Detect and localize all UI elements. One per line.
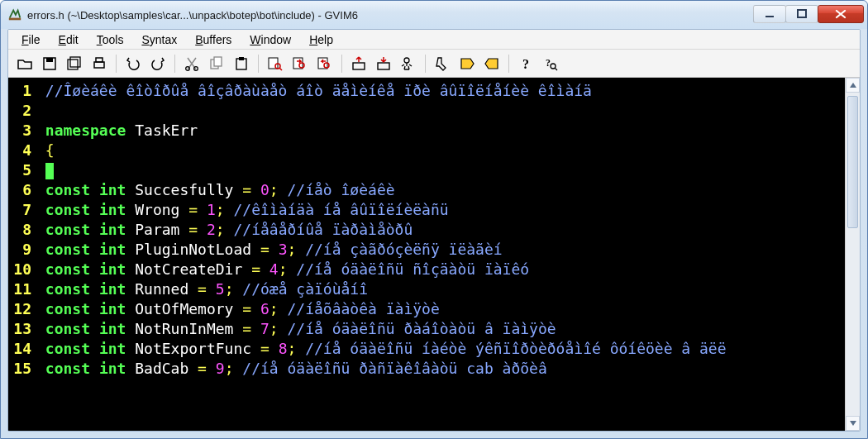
find-icon[interactable]: [264, 52, 287, 75]
line-number: 11: [8, 279, 36, 299]
svg-rect-7: [94, 62, 104, 68]
line-number: 5: [8, 160, 36, 180]
close-button[interactable]: [818, 5, 864, 23]
cut-icon[interactable]: [180, 52, 203, 75]
titlebar[interactable]: errors.h (~\Desktop\samples\car...\unpac…: [1, 1, 867, 29]
svg-rect-4: [46, 58, 53, 62]
line-content: const int NotCreateDir = 4; //íå óäàëîñü…: [36, 260, 529, 279]
scroll-up-arrow-icon[interactable]: [846, 78, 860, 93]
line-number: 8: [8, 220, 36, 240]
line-number: 12: [8, 299, 36, 319]
code-line[interactable]: 11 const int Runned = 5; //óæå çàïóùåíî: [8, 279, 845, 299]
menu-syntax[interactable]: Syntax: [133, 31, 185, 48]
editor[interactable]: 1 //Îøèáêè êîòîðûå âîçâðàùàåò áîò äåìèíê…: [8, 78, 845, 431]
line-content: const int PluginNotLoad = 3; //íå çàãðóç…: [36, 240, 503, 260]
line-content: const int NotRunInMem = 7; //íå óäàëîñü …: [36, 319, 556, 339]
menu-help[interactable]: Help: [301, 31, 341, 48]
load-session-icon[interactable]: [347, 52, 370, 75]
app-icon: [7, 7, 22, 22]
save-icon[interactable]: [38, 52, 61, 75]
code-line[interactable]: 1 //Îøèáêè êîòîðûå âîçâðàùàåò áîò äåìèíê…: [8, 81, 845, 101]
open-icon[interactable]: [13, 52, 36, 75]
line-content: [36, 160, 54, 180]
find-help-icon[interactable]: ?: [539, 52, 562, 75]
svg-rect-8: [96, 58, 103, 62]
code-line[interactable]: 4 {: [8, 141, 845, 160]
undo-icon[interactable]: [122, 52, 145, 75]
scroll-track[interactable]: [846, 93, 860, 416]
svg-rect-5: [68, 60, 78, 69]
line-content: const int Succesfully = 0; //íåò îøèáêè: [36, 180, 395, 200]
code-line[interactable]: 7 const int Wrong = 1; //êîìàíäà íå âûïî…: [8, 200, 845, 220]
toolbar-separator: [258, 55, 259, 73]
tag-jump-icon[interactable]: [455, 52, 479, 75]
code-line[interactable]: 9 const int PluginNotLoad = 3; //íå çàãð…: [8, 240, 845, 260]
toolbar-separator: [341, 55, 342, 73]
code-line[interactable]: 3 namespace TaskErr: [8, 121, 845, 141]
toolbar-separator: [508, 55, 509, 73]
line-number: 4: [8, 141, 36, 160]
svg-rect-12: [214, 57, 222, 66]
line-content: const int Param = 2; //íåâåðíûå ïàðàìåòð…: [36, 220, 413, 240]
scroll-thumb[interactable]: [847, 96, 858, 228]
code-line[interactable]: 15 const int BadCab = 9; //íå óäàëîñü ðà…: [8, 359, 845, 379]
svg-rect-1: [765, 16, 774, 17]
copy-icon[interactable]: [205, 52, 228, 75]
code-line[interactable]: 13 const int NotRunInMem = 7; //íå óäàëî…: [8, 319, 845, 339]
line-content: const int BadCab = 9; //íå óäàëîñü ðàñïà…: [36, 359, 547, 379]
svg-text:?: ?: [546, 57, 551, 69]
toolbar-separator: [116, 55, 117, 73]
line-number: 2: [8, 101, 36, 121]
svg-text:?: ?: [522, 57, 529, 71]
code-line[interactable]: 12 const int OutOfMemory = 6; //íåõâàòêà…: [8, 299, 845, 319]
redo-icon[interactable]: [146, 52, 169, 75]
vertical-scrollbar[interactable]: [845, 78, 860, 431]
toolbar-separator: [174, 55, 175, 73]
svg-rect-2: [798, 10, 806, 17]
menu-edit[interactable]: Edit: [50, 31, 87, 48]
code-line[interactable]: 8 const int Param = 2; //íåâåðíûå ïàðàìå…: [8, 220, 845, 240]
window-controls: [754, 5, 864, 25]
scroll-down-arrow-icon[interactable]: [846, 416, 860, 431]
line-content: {: [36, 141, 55, 160]
tag-back-icon[interactable]: [480, 52, 503, 75]
save-all-icon[interactable]: [63, 52, 86, 75]
code-line[interactable]: 6 const int Succesfully = 0; //íåò îøèáê…: [8, 180, 845, 200]
editor-area: 1 //Îøèáêè êîòîðûå âîçâðàùàåò áîò äåìèíê…: [8, 78, 860, 431]
print-icon[interactable]: [88, 52, 111, 75]
line-content: [36, 101, 45, 121]
make-icon[interactable]: [431, 52, 454, 75]
menu-window[interactable]: Window: [241, 31, 299, 48]
line-number: 13: [8, 319, 36, 339]
code-line[interactable]: 14 const int NotExportFunc = 8; //íå óäà…: [8, 339, 845, 359]
code-line[interactable]: 2: [8, 101, 845, 121]
menu-file[interactable]: File: [13, 31, 49, 48]
run-script-icon[interactable]: [397, 52, 420, 75]
client-area: File Edit Tools Syntax Buffers Window He…: [7, 29, 861, 432]
paste-icon[interactable]: [230, 52, 253, 75]
maximize-button[interactable]: [785, 5, 818, 23]
line-number: 14: [8, 339, 36, 359]
menu-buffers[interactable]: Buffers: [187, 31, 240, 48]
save-session-icon[interactable]: [372, 52, 395, 75]
svg-point-23: [404, 58, 409, 63]
line-content: const int NotExportFunc = 8; //íå óäàëîñ…: [36, 339, 727, 359]
line-number: 9: [8, 240, 36, 260]
code-line[interactable]: 10 const int NotCreateDir = 4; //íå óäàë…: [8, 260, 845, 279]
code-line[interactable]: 5: [8, 160, 845, 180]
svg-rect-15: [269, 58, 278, 69]
menubar: File Edit Tools Syntax Buffers Window He…: [8, 30, 860, 50]
line-number: 1: [8, 81, 36, 101]
minimize-button[interactable]: [753, 5, 786, 23]
menu-tools[interactable]: Tools: [88, 31, 132, 48]
svg-rect-21: [353, 63, 365, 69]
svg-rect-22: [378, 63, 389, 69]
line-content: //Îøèáêè êîòîðûå âîçâðàùàåò áîò äåìèíêå …: [36, 81, 592, 101]
svg-rect-0: [9, 18, 21, 21]
line-number: 3: [8, 121, 36, 141]
line-content: const int OutOfMemory = 6; //íåõâàòêà ïà…: [36, 299, 440, 319]
find-next-icon[interactable]: [289, 52, 312, 75]
line-number: 7: [8, 200, 36, 220]
help-icon[interactable]: ?: [514, 52, 537, 75]
find-prev-icon[interactable]: [313, 52, 336, 75]
